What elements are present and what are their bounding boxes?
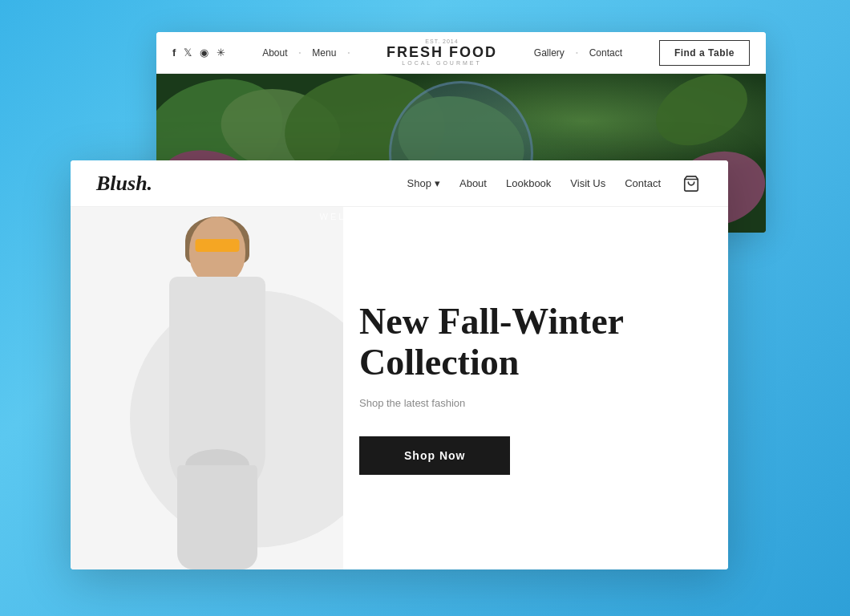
hero-text-area: New Fall-Winter Collection Shop the late… [343, 207, 728, 569]
nav-about[interactable]: About [459, 177, 487, 189]
model-body [113, 217, 322, 569]
fresh-food-navbar: f 𝕏 ◉ ✳ About • Menu • EST. 2014 FRESH F… [156, 32, 766, 74]
dot-2: • [347, 49, 350, 56]
model-sunglasses [196, 239, 240, 252]
nav-contact[interactable]: Contact [625, 177, 661, 189]
nav-menu[interactable]: Menu [312, 47, 336, 59]
nav-gallery[interactable]: Gallery [534, 47, 565, 59]
blush-nav-links: Shop ▾ About Lookbook Visit Us Contact [407, 172, 702, 195]
fresh-food-logo: EST. 2014 FRESH FOOD LOCAL GOURMET [387, 38, 497, 67]
blush-hero: New Fall-Winter Collection Shop the late… [71, 207, 728, 569]
collection-title: New Fall-Winter Collection [359, 302, 680, 383]
yelp-icon[interactable]: ✳ [217, 47, 225, 59]
shop-now-button[interactable]: Shop Now [359, 436, 510, 475]
twitter-icon[interactable]: 𝕏 [184, 47, 192, 59]
instagram-icon[interactable]: ◉ [200, 47, 208, 59]
nav-contact[interactable]: Contact [589, 47, 622, 59]
nav-lookbook[interactable]: Lookbook [506, 177, 551, 189]
shop-label: Shop [407, 177, 431, 189]
nav-shop-item[interactable]: Shop ▾ [407, 177, 440, 189]
model-figure [113, 217, 322, 569]
fresh-food-nav-right: Gallery • Contact [534, 47, 622, 59]
dot-1: • [299, 49, 302, 56]
hero-model-area [71, 207, 343, 569]
fresh-food-nav-links: About • Menu • [262, 47, 350, 59]
nav-about[interactable]: About [262, 47, 287, 59]
logo-main: FRESH FOOD [387, 45, 497, 61]
blush-logo: Blush. [96, 172, 152, 196]
blush-navbar: Blush. Shop ▾ About Lookbook Visit Us Co… [71, 160, 728, 207]
cart-icon[interactable] [680, 172, 702, 195]
social-icons-group: f 𝕏 ◉ ✳ [172, 47, 225, 59]
facebook-icon[interactable]: f [172, 47, 176, 59]
collection-subtitle: Shop the latest fashion [359, 397, 680, 409]
model-pants [177, 465, 257, 569]
nav-visit-us[interactable]: Visit Us [570, 177, 605, 189]
find-table-button[interactable]: Find a Table [659, 40, 750, 66]
shop-chevron-icon: ▾ [435, 177, 440, 189]
dot-3: • [576, 49, 578, 56]
model-head [189, 217, 245, 285]
title-line-2: Collection [359, 342, 519, 383]
title-line-1: New Fall-Winter [359, 301, 624, 342]
hero-welcome-text: WELCOME TO FRESH FOOD LOCAL GOURMET [320, 212, 603, 221]
blush-card: Blush. Shop ▾ About Lookbook Visit Us Co… [71, 160, 728, 569]
logo-sub: LOCAL GOURMET [402, 60, 481, 67]
